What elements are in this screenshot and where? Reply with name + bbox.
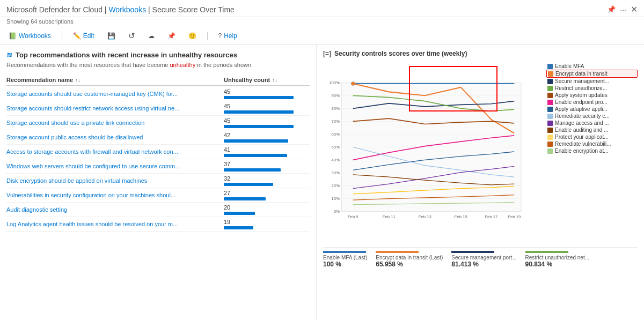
count-bar-7	[224, 197, 266, 200]
legend-color-3	[547, 86, 553, 91]
legend-item-7[interactable]: Remediate security c...	[546, 113, 638, 120]
workbooks-label: Workbooks	[19, 32, 51, 40]
count-bar-4	[224, 154, 287, 157]
stat-value-0: 100 %	[323, 261, 367, 268]
section-title-text: Top recommendations with recent increase…	[16, 51, 237, 59]
toolbar-separator-1	[62, 32, 62, 40]
legend-label-6: Apply adaptive appli...	[555, 106, 608, 112]
cloud-icon-button[interactable]: ☁	[146, 31, 157, 41]
legend-item-6[interactable]: Apply adaptive appli...	[546, 106, 638, 113]
rec-name-7[interactable]: Vulnerabilities in security configuratio…	[6, 192, 224, 198]
legend-item-1[interactable]: Encrypt data in transit	[546, 70, 638, 78]
legend-item-9[interactable]: Enable auditing and ...	[546, 126, 638, 133]
svg-text:Feb 19: Feb 19	[508, 214, 521, 219]
legend-container: Enable MFA Encrypt data in transit Secur…	[546, 63, 638, 154]
stat-label-1: Encrypt data in transit (Last)	[376, 255, 443, 261]
stat-bar-0	[323, 251, 366, 253]
svg-text:Feb 9: Feb 9	[348, 214, 358, 219]
table-row[interactable]: Storage account public access should be …	[6, 130, 310, 145]
legend-item-4[interactable]: Apply system updates	[546, 92, 638, 99]
table-row[interactable]: Access to storage accounts with firewall…	[6, 145, 310, 159]
count-value-7: 27	[224, 190, 310, 196]
workbooks-link[interactable]: Workbooks	[108, 5, 146, 14]
name-sort-icon[interactable]: ↑↓	[75, 77, 80, 83]
count-value-6: 32	[224, 175, 310, 182]
pin-icon[interactable]: 📌	[607, 5, 616, 13]
stat-label-3: Restrict unauthorized net...	[525, 255, 590, 261]
legend-item-10[interactable]: Protect your applicat...	[546, 133, 638, 140]
svg-text:30%: 30%	[331, 170, 340, 175]
workbooks-button[interactable]: 📗 Workbooks	[6, 31, 53, 41]
chart-legend: Enable MFA Encrypt data in transit Secur…	[546, 61, 638, 243]
legend-item-0[interactable]: Enable MFA	[546, 63, 638, 70]
legend-item-12[interactable]: Enable encryption at...	[546, 147, 638, 154]
table-row[interactable]: Storage accounts should restrict network…	[6, 101, 310, 116]
legend-label-3: Restrict unauthorize...	[555, 85, 607, 91]
rec-name-3[interactable]: Storage account public access should be …	[6, 134, 224, 140]
table-row[interactable]: Disk encryption should be applied on vir…	[6, 174, 310, 188]
svg-text:90%: 90%	[331, 93, 340, 98]
rec-name-6[interactable]: Disk encryption should be applied on vir…	[6, 177, 224, 184]
rec-name-2[interactable]: Storage account should use a private lin…	[6, 120, 224, 126]
rec-name-9[interactable]: Log Analytics agent health issues should…	[6, 221, 224, 227]
cell-count-6: 32	[224, 175, 310, 186]
count-value-0: 45	[224, 88, 310, 95]
chart-icon: [=]	[323, 50, 331, 57]
table-row[interactable]: Audit diagnostic setting 20	[6, 203, 310, 217]
feedback-icon: 🙂	[188, 32, 196, 40]
rec-name-5[interactable]: Windows web servers should be configured…	[6, 163, 224, 169]
cell-count-0: 45	[224, 88, 310, 99]
rec-name-4[interactable]: Access to storage accounts with firewall…	[6, 148, 224, 155]
cell-count-1: 45	[224, 103, 310, 114]
col-name-header[interactable]: Recommendation name ↑↓	[6, 77, 224, 83]
help-icon: ?	[218, 32, 222, 40]
legend-color-2	[547, 79, 553, 84]
refresh-button[interactable]: ↺	[126, 30, 137, 42]
legend-color-5	[547, 100, 553, 105]
close-icon[interactable]: ✕	[631, 4, 638, 14]
table-row[interactable]: Vulnerabilities in security configuratio…	[6, 188, 310, 203]
legend-color-10	[547, 135, 553, 140]
legend-item-3[interactable]: Restrict unauthorize...	[546, 85, 638, 92]
subscription-count: Showing 64 subscriptions	[6, 18, 74, 25]
title-bar-actions: 📌 ··· ✕	[607, 4, 638, 14]
stat-value-1: 65.958 %	[376, 261, 443, 268]
cell-count-9: 19	[224, 219, 310, 229]
svg-text:0%: 0%	[334, 209, 340, 214]
chart-area: 100% 90% 80% 70% 60% 50% 40% 30% 20% 10%…	[323, 61, 638, 243]
svg-text:Feb 15: Feb 15	[455, 214, 467, 219]
edit-label: Edit	[83, 32, 94, 40]
legend-item-5[interactable]: Enable endpoint pro...	[546, 99, 638, 106]
table-row[interactable]: Windows web servers should be configured…	[6, 159, 310, 174]
help-button[interactable]: ? Help	[216, 31, 239, 41]
cell-count-3: 42	[224, 132, 310, 143]
legend-item-2[interactable]: Secure management...	[546, 78, 638, 85]
main-content: ≋ Top recommendations with recent increa…	[0, 44, 644, 320]
save-button[interactable]: 💾	[105, 31, 118, 41]
edit-button[interactable]: ✏️ Edit	[71, 31, 97, 41]
pin-toolbar-button[interactable]: 📌	[165, 31, 178, 41]
table-row[interactable]: Log Analytics agent health issues should…	[6, 217, 310, 232]
more-options-icon[interactable]: ···	[620, 5, 626, 14]
legend-item-11[interactable]: Remediate vulnerabili...	[546, 140, 638, 147]
count-value-3: 42	[224, 132, 310, 138]
edit-icon: ✏️	[73, 32, 81, 40]
stat-label-0: Enable MFA (Last)	[323, 255, 367, 261]
stat-value-2: 81.413 %	[451, 261, 516, 268]
feedback-button[interactable]: 🙂	[186, 31, 199, 41]
count-sort-icon[interactable]: ↑↓	[272, 77, 277, 83]
rec-name-0[interactable]: Storage accounts should use customer-man…	[6, 91, 224, 97]
count-value-5: 37	[224, 161, 310, 167]
rec-name-1[interactable]: Storage accounts should restrict network…	[6, 105, 224, 111]
cell-count-4: 41	[224, 146, 310, 157]
table-row[interactable]: Storage account should use a private lin…	[6, 116, 310, 130]
svg-text:100%: 100%	[329, 80, 340, 85]
count-value-4: 41	[224, 146, 310, 153]
col-count-header[interactable]: Unhealthy count ↑↓	[224, 77, 310, 83]
recommendations-icon: ≋	[6, 51, 12, 59]
app-name: Microsoft Defender for Cloud	[6, 5, 103, 14]
count-value-2: 45	[224, 117, 310, 124]
rec-name-8[interactable]: Audit diagnostic setting	[6, 206, 224, 213]
legend-item-8[interactable]: Manage access and ...	[546, 120, 638, 126]
table-row[interactable]: Storage accounts should use customer-man…	[6, 87, 310, 101]
